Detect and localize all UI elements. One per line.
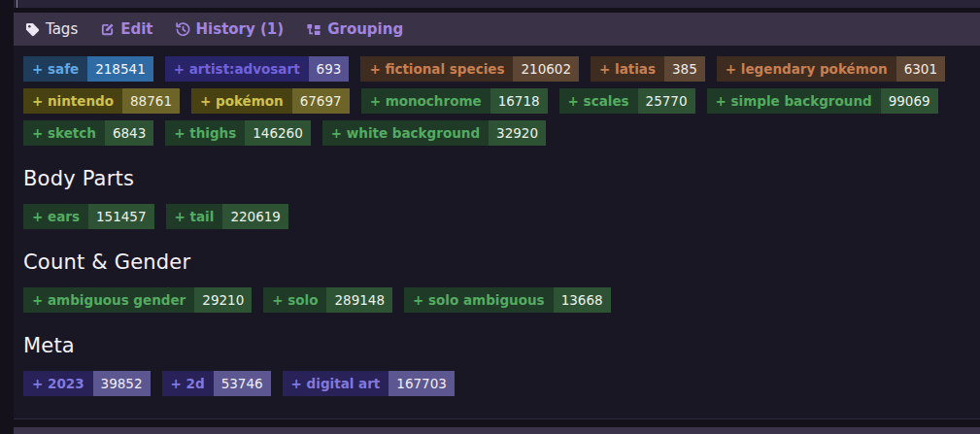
tag-2d: + 2d53746 xyxy=(162,371,271,396)
tag-2023: + 202339852 xyxy=(23,371,151,396)
tag-count: 210602 xyxy=(513,56,579,82)
tag-nintendo: + nintendo88761 xyxy=(23,88,180,114)
tags-toolbar: Tags Edit History (1) xyxy=(14,13,980,46)
tag-add-link[interactable]: + tail xyxy=(166,204,223,229)
tag-artist-advosart: + artist:advosart693 xyxy=(165,56,350,82)
tag-icon xyxy=(25,22,40,37)
tag-row: + ambiguous gender29210+ solo289148+ sol… xyxy=(23,287,970,313)
tag-add-link[interactable]: + digital art xyxy=(283,371,389,396)
tag-add-link[interactable]: + artist:advosart xyxy=(165,56,309,82)
tag-ambiguous-gender: + ambiguous gender29210 xyxy=(23,287,252,313)
grouping-icon xyxy=(306,22,321,37)
tag-scales: + scales25770 xyxy=(559,88,695,114)
tag-count: 218541 xyxy=(87,56,153,82)
tag-count: 6301 xyxy=(896,56,945,82)
tag-add-link[interactable]: + white background xyxy=(322,120,489,146)
tag-safe: + safe218541 xyxy=(23,56,153,82)
tags-panel: Tags Edit History (1) xyxy=(14,13,980,419)
tag-count: 385 xyxy=(664,56,705,82)
tag-count: 289148 xyxy=(326,287,392,313)
tag-count: 53746 xyxy=(214,371,271,396)
tag-count: 99069 xyxy=(881,88,938,114)
tag-thighs: + thighs146260 xyxy=(165,120,311,146)
tag-add-link[interactable]: + 2d xyxy=(162,371,214,396)
tag-white-background: + white background32920 xyxy=(322,120,546,146)
tag-add-link[interactable]: + simple background xyxy=(707,88,881,114)
group-header: Meta xyxy=(23,334,970,357)
tag-add-link[interactable]: + ambiguous gender xyxy=(23,287,194,313)
tab-history-label: History (1) xyxy=(196,20,285,38)
tag-pok-mon: + pokémon67697 xyxy=(191,88,350,114)
tag-add-link[interactable]: + ears xyxy=(23,204,88,229)
tag-latias: + latias385 xyxy=(591,56,705,82)
tab-tags-label: Tags xyxy=(46,20,78,38)
tag-count: 39852 xyxy=(93,371,151,396)
tag-count: 151457 xyxy=(88,204,154,229)
tag-solo-ambiguous: + solo ambiguous13668 xyxy=(404,287,611,313)
previous-section-bottom-strip xyxy=(14,0,980,8)
history-icon xyxy=(176,22,190,37)
tag-count: 88761 xyxy=(122,88,180,114)
tag-count: 167703 xyxy=(389,371,455,396)
tag-digital-art: + digital art167703 xyxy=(283,371,455,396)
tag-row: + nintendo88761+ pokémon67697+ monochrom… xyxy=(23,88,970,114)
tag-legendary-pok-mon: + legendary pokémon6301 xyxy=(717,56,945,82)
edit-icon xyxy=(100,22,115,37)
tag-add-link[interactable]: + thighs xyxy=(165,120,245,146)
tag-count: 25770 xyxy=(638,88,695,114)
tag-add-link[interactable]: + pokémon xyxy=(191,88,292,114)
tag-add-link[interactable]: + legendary pokémon xyxy=(717,56,896,82)
tag-solo: + solo289148 xyxy=(263,287,392,313)
tag-add-link[interactable]: + scales xyxy=(559,88,638,114)
tag-sketch: + sketch6843 xyxy=(23,120,153,146)
tag-monochrome: + monochrome16718 xyxy=(361,88,548,114)
tag-count: 29210 xyxy=(194,287,252,313)
tag-row: + ears151457+ tail220619 xyxy=(23,204,970,229)
next-section-top-strip xyxy=(14,427,980,434)
tab-edit-label: Edit xyxy=(120,20,152,38)
tag-add-link[interactable]: + solo xyxy=(263,287,326,313)
tag-count: 6843 xyxy=(105,120,153,146)
tag-row: + safe218541+ artist:advosart693+ fictio… xyxy=(23,56,970,82)
tag-add-link[interactable]: + monochrome xyxy=(361,88,490,114)
previous-section-left-border xyxy=(17,0,17,8)
tag-count: 67697 xyxy=(292,88,350,114)
tag-row: + 202339852+ 2d53746+ digital art167703 xyxy=(23,371,970,396)
tag-add-link[interactable]: + safe xyxy=(23,56,87,82)
tag-count: 13668 xyxy=(554,287,611,313)
tag-add-link[interactable]: + sketch xyxy=(23,120,105,146)
tag-groups: + safe218541+ artist:advosart693+ fictio… xyxy=(14,46,980,419)
tag-add-link[interactable]: + solo ambiguous xyxy=(404,287,554,313)
tag-fictional-species: + fictional species210602 xyxy=(360,56,579,82)
tag-count: 693 xyxy=(309,56,350,82)
tab-grouping[interactable]: Grouping xyxy=(306,20,403,38)
tag-simple-background: + simple background99069 xyxy=(707,88,938,114)
tag-add-link[interactable]: + 2023 xyxy=(23,371,93,396)
tag-count: 220619 xyxy=(222,204,288,229)
tag-count: 146260 xyxy=(245,120,311,146)
group-header: Count & Gender xyxy=(23,250,970,274)
tag-add-link[interactable]: + nintendo xyxy=(23,88,122,114)
tab-history[interactable]: History (1) xyxy=(176,20,285,38)
tag-row: + sketch6843+ thighs146260+ white backgr… xyxy=(23,120,970,146)
tag-add-link[interactable]: + latias xyxy=(591,56,664,82)
tag-tail: + tail220619 xyxy=(166,204,288,229)
tab-edit[interactable]: Edit xyxy=(100,20,152,38)
tag-add-link[interactable]: + fictional species xyxy=(360,56,513,82)
tag-count: 16718 xyxy=(490,88,548,114)
tag-ears: + ears151457 xyxy=(23,204,154,229)
group-header: Body Parts xyxy=(23,167,970,190)
tab-tags[interactable]: Tags xyxy=(25,20,78,38)
tab-grouping-label: Grouping xyxy=(327,20,403,38)
tag-count: 32920 xyxy=(489,120,546,146)
